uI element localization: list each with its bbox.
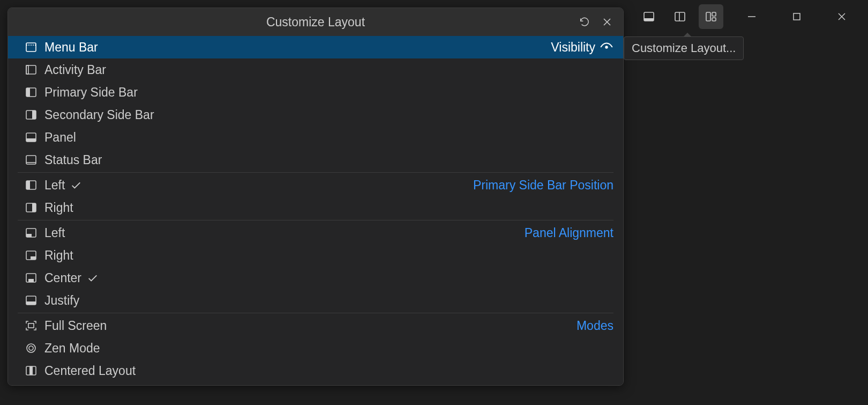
visibility-eye-icon[interactable] [600, 41, 613, 53]
item-label: Justify [44, 293, 79, 308]
panel-icon [24, 130, 38, 144]
status-bar-icon [24, 153, 38, 167]
centered-layout-icon [24, 364, 38, 378]
menu-bar-icon [24, 40, 38, 54]
item-label: Menu Bar [44, 40, 98, 55]
item-label: Primary Side Bar [44, 85, 138, 100]
svg-rect-17 [26, 65, 28, 74]
svg-rect-19 [26, 88, 30, 97]
customize-layout-icon[interactable] [699, 4, 723, 29]
svg-rect-1 [644, 18, 654, 21]
svg-rect-31 [26, 234, 32, 237]
panel-right-icon [24, 248, 38, 262]
item-panel[interactable]: Panel [8, 126, 623, 149]
svg-rect-21 [32, 111, 36, 119]
group-label-pa: Panel Alignment [525, 226, 613, 240]
separator [18, 172, 613, 173]
item-label: Activity Bar [44, 63, 106, 77]
svg-rect-33 [31, 256, 36, 260]
svg-rect-29 [32, 203, 36, 212]
svg-rect-16 [26, 65, 36, 74]
item-full-screen[interactable]: Full Screen Modes [8, 314, 623, 337]
svg-rect-23 [26, 138, 36, 142]
svg-rect-37 [26, 301, 36, 305]
item-label: Centered Layout [44, 364, 136, 378]
item-centered-layout[interactable]: Centered Layout [8, 359, 623, 382]
item-status-bar[interactable]: Status Bar [8, 149, 623, 171]
item-psbp-right[interactable]: Right [8, 196, 623, 219]
window-minimize-icon[interactable] [739, 4, 764, 29]
item-pa-justify[interactable]: Justify [8, 289, 623, 312]
window-maximize-icon[interactable] [784, 4, 809, 29]
group-label-visibility: Visibility [551, 40, 595, 55]
svg-rect-38 [28, 323, 34, 328]
svg-rect-6 [712, 18, 716, 21]
item-pa-left[interactable]: Left Panel Alignment [8, 222, 623, 244]
item-label: Right [44, 201, 73, 215]
svg-rect-13 [26, 43, 36, 51]
panel-title: Customize Layout [8, 15, 623, 30]
svg-point-40 [29, 346, 33, 350]
window-controls [739, 4, 854, 29]
item-label: Full Screen [44, 319, 107, 333]
svg-rect-42 [29, 366, 33, 375]
item-label: Left [44, 178, 65, 193]
layout-right-icon [24, 201, 38, 215]
item-label: Right [44, 248, 73, 263]
item-label: Status Bar [44, 153, 102, 167]
item-label: Panel [44, 130, 76, 145]
svg-rect-35 [28, 279, 34, 282]
toggle-sidebar-icon[interactable] [668, 4, 692, 29]
item-primary-side-bar[interactable]: Primary Side Bar [8, 81, 623, 104]
window-close-icon[interactable] [829, 4, 854, 29]
secondary-side-bar-icon [24, 108, 38, 122]
item-pa-center[interactable]: Center [8, 267, 623, 289]
panel-justify-icon [24, 293, 38, 307]
item-activity-bar[interactable]: Activity Bar [8, 58, 623, 81]
item-pa-right[interactable]: Right [8, 244, 623, 267]
panel-body: Menu Bar Visibility Activity Bar [8, 36, 623, 385]
svg-point-15 [605, 46, 608, 48]
customize-layout-panel: Customize Layout [8, 8, 624, 386]
customize-layout-tooltip: Customize Layout... [624, 36, 744, 60]
zen-mode-icon [24, 341, 38, 355]
separator [18, 313, 613, 313]
svg-rect-5 [712, 12, 716, 16]
group-label-psbp: Primary Side Bar Position [473, 178, 613, 193]
item-label: Left [44, 226, 65, 240]
item-label: Center [44, 271, 81, 285]
item-label: Secondary Side Bar [44, 108, 154, 122]
reset-icon[interactable] [576, 13, 593, 31]
svg-rect-27 [26, 181, 30, 189]
separator [18, 220, 613, 220]
panel-left-icon [24, 226, 38, 240]
full-screen-icon [24, 319, 38, 333]
svg-rect-8 [794, 13, 800, 20]
panel-header: Customize Layout [8, 8, 623, 36]
activity-bar-icon [24, 63, 38, 77]
item-zen-mode[interactable]: Zen Mode [8, 337, 623, 359]
panel-header-actions [576, 13, 623, 31]
item-secondary-side-bar[interactable]: Secondary Side Bar [8, 104, 623, 126]
item-label: Zen Mode [44, 341, 100, 356]
item-psbp-left[interactable]: Left Primary Side Bar Position [8, 174, 623, 196]
checkmark-icon [70, 179, 82, 191]
toggle-panel-icon[interactable] [637, 4, 661, 29]
svg-rect-2 [675, 12, 685, 21]
primary-side-bar-icon [24, 85, 38, 99]
item-menu-bar[interactable]: Menu Bar Visibility [8, 36, 623, 58]
svg-point-39 [27, 344, 35, 352]
group-label-modes: Modes [577, 319, 613, 333]
svg-rect-4 [706, 12, 710, 21]
close-panel-icon[interactable] [598, 13, 616, 31]
titlebar-layout-controls [637, 4, 728, 29]
layout-left-icon [24, 178, 38, 192]
panel-center-icon [24, 271, 38, 285]
checkmark-icon [87, 272, 99, 284]
